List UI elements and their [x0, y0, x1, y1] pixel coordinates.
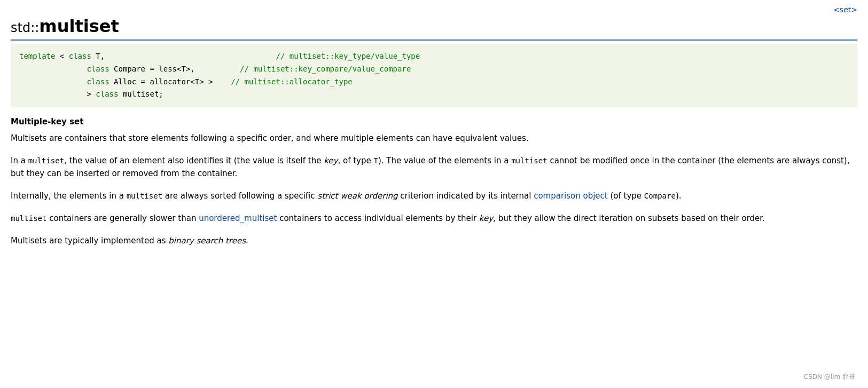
section-heading: Multiple-key set: [11, 117, 857, 126]
page-title: std::multiset: [11, 16, 857, 41]
para4-mid2: containers to access individual elements…: [277, 213, 479, 223]
std-prefix: std::: [11, 20, 39, 35]
code-comment-2: // multiset::key_compare/value_compare: [240, 65, 411, 73]
page-container: <set> std::multiset template < class T, …: [0, 0, 868, 388]
paragraph-3: Internally, the elements in a multiset a…: [11, 189, 857, 202]
para2-before: In a: [11, 156, 28, 165]
code-keyword-class4: class: [96, 90, 118, 98]
para2-code1: multiset: [28, 156, 64, 165]
para3-mid3: (of type: [608, 191, 644, 201]
para5-before: Multisets are typically implemented as: [11, 236, 168, 246]
code-keyword-class2: class: [87, 65, 109, 73]
code-block: template < class T, // multiset::key_typ…: [11, 44, 857, 107]
unordered-multiset-link[interactable]: unordered_multiset: [199, 213, 277, 223]
para2-code3: multiset: [511, 156, 547, 165]
top-nav: <set>: [11, 5, 857, 14]
code-keyword-template: template: [19, 52, 55, 60]
para3-mid2: criterion indicated by its internal: [398, 191, 534, 201]
para2-italic1: key: [324, 156, 338, 165]
para4-end: , but they allow the direct iteration on…: [493, 213, 765, 223]
code-text-1: <: [55, 52, 68, 60]
para4-mid1: containers are generally slower than: [46, 213, 199, 223]
para4-code1: multiset: [11, 214, 46, 223]
paragraph-4: multiset containers are generally slower…: [11, 212, 857, 225]
para3-italic1: strict weak ordering: [317, 191, 397, 201]
code-indent-4: [19, 90, 87, 98]
code-keyword-class1: class: [69, 52, 91, 60]
set-link[interactable]: <set>: [833, 5, 857, 14]
para3-end: ).: [676, 191, 682, 201]
code-type-alloc: Alloc = allocator<T> >: [110, 77, 213, 86]
para2-mid2: , of type: [338, 156, 373, 165]
para2-code2: T: [374, 156, 378, 165]
para3-before: Internally, the elements in a: [11, 191, 127, 201]
code-comment-3: // multiset::allocator_type: [231, 77, 353, 86]
code-indent-3: [19, 77, 87, 86]
code-multiset-name: multiset;: [118, 90, 163, 98]
para2-mid1: , the value of an element also identifie…: [64, 156, 324, 165]
para3-code1: multiset: [127, 192, 162, 200]
para4-italic1: key: [479, 213, 493, 223]
code-class-multiset: >: [87, 90, 96, 98]
code-keyword-class3: class: [87, 77, 109, 86]
paragraph-1: Multisets are containers that store elem…: [11, 132, 857, 145]
watermark: CSDN @lim 胖哥: [804, 373, 855, 382]
para5-end: .: [246, 236, 248, 246]
para2-mid3: ). The value of the elements in a: [378, 156, 511, 165]
code-type-compare: Compare = less<T>,: [110, 65, 195, 73]
code-spaces-1: [105, 52, 276, 60]
para3-mid1: are always sorted following a specific: [162, 191, 317, 201]
para3-code2: Compare: [644, 192, 676, 200]
code-spaces-2: [195, 65, 240, 73]
code-indent-2: [19, 65, 87, 73]
comparison-object-link[interactable]: comparison object: [534, 191, 608, 201]
code-spaces-3: [213, 77, 231, 86]
title-main: multiset: [39, 16, 119, 36]
code-type-T: T,: [91, 52, 105, 60]
paragraph-5: Multisets are typically implemented as b…: [11, 234, 857, 247]
para5-italic: binary search trees: [168, 236, 246, 246]
paragraph-2: In a multiset, the value of an element a…: [11, 154, 857, 180]
code-comment-1: // multiset::key_type/value_type: [276, 52, 420, 60]
